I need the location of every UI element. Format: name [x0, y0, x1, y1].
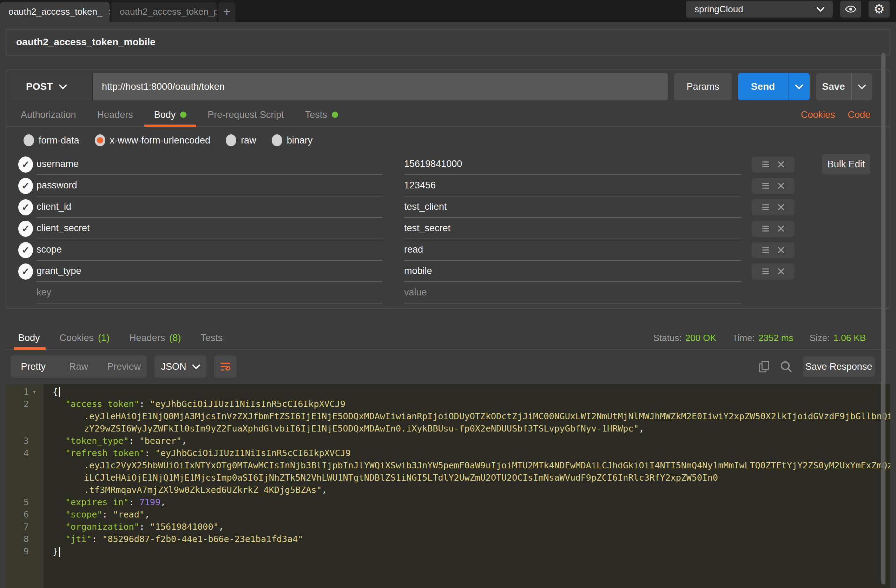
drag-handle-icon[interactable] [762, 226, 769, 232]
row-enabled-checkbox[interactable]: ✓ [18, 199, 33, 216]
row-enabled-checkbox[interactable]: ✓ [18, 263, 33, 280]
close-icon[interactable]: × [108, 6, 110, 18]
line-number: 2 [6, 398, 29, 410]
body-mode-x-www-form-urlencoded[interactable]: x-www-form-urlencoded [95, 134, 211, 146]
tab-headers[interactable]: Headers [97, 103, 133, 126]
url-input[interactable]: http://host1:8000/oauth/token [93, 73, 668, 100]
code-text: "token_type": "bearer", [44, 435, 187, 447]
body-mode-binary[interactable]: binary [272, 134, 313, 146]
value-field[interactable]: read [404, 239, 741, 261]
radio-icon[interactable] [23, 134, 34, 146]
response-toolbar: PrettyRawPreview JSON [6, 356, 890, 378]
tab-tests[interactable]: Tests [305, 103, 338, 126]
wrap-text-button[interactable] [214, 356, 237, 378]
delete-row-icon[interactable] [778, 268, 784, 274]
key-field[interactable]: grant_type [37, 261, 382, 282]
delete-row-icon[interactable] [778, 204, 784, 210]
request-name: oauth2_access_token_mobile [16, 36, 155, 48]
row-enabled-checkbox[interactable]: ✓ [18, 156, 33, 173]
tab-pre-request-script[interactable]: Pre-request Script [207, 103, 284, 126]
delete-row-icon[interactable] [778, 161, 784, 167]
checkbox-cell: ✓ [14, 196, 37, 218]
send-button[interactable]: Send [738, 73, 788, 100]
row-enabled-checkbox[interactable]: ✓ [18, 178, 33, 194]
fold-arrow-icon[interactable]: ▾ [29, 386, 44, 398]
view-mode-preview[interactable]: Preview [102, 356, 147, 378]
code-link[interactable]: Code [847, 109, 870, 120]
drag-handle-icon[interactable] [762, 268, 769, 274]
tab-body[interactable]: Body [154, 103, 187, 126]
tab-authorization[interactable]: Authorization [21, 103, 76, 126]
response-tab-tests[interactable]: Tests [201, 327, 222, 349]
chevron-down-icon [59, 85, 67, 89]
row-actions [752, 156, 794, 173]
row-enabled-checkbox[interactable]: ✓ [18, 242, 33, 258]
copy-response-button[interactable] [758, 361, 770, 372]
response-format-selector[interactable]: JSON [154, 356, 206, 378]
save-options-button[interactable] [851, 73, 872, 100]
line-number: 1 [6, 386, 29, 398]
body-mode-raw[interactable]: raw [226, 134, 256, 146]
form-data-row: ✓scoperead [14, 239, 890, 261]
radio-icon[interactable] [226, 134, 236, 146]
line-number: 5 [6, 496, 29, 508]
response-tab-body[interactable]: Body [18, 327, 40, 349]
pane-splitter[interactable] [0, 309, 896, 327]
value-field[interactable]: 15619841000 [404, 153, 741, 175]
response-tab-cookies[interactable]: Cookies(1) [60, 327, 110, 349]
value-field[interactable]: mobile [404, 261, 741, 282]
cookies-link[interactable]: Cookies [801, 109, 835, 120]
value-field[interactable]: value [404, 282, 741, 304]
code-line: 8"jti": "85296d87-f2b0-44e1-b66e-23e1ba1… [6, 533, 890, 545]
save-button[interactable]: Save [816, 73, 851, 100]
key-field[interactable]: client_secret [37, 218, 382, 239]
radio-icon[interactable] [272, 134, 282, 146]
tab-label: Headers [129, 333, 165, 343]
delete-row-icon[interactable] [778, 183, 784, 189]
form-data-row-empty: keyvalue [14, 282, 890, 304]
request-tab-oauth2-access-token[interactable]: oauth2_access_token_× [0, 2, 110, 22]
value-field[interactable]: 123456 [404, 175, 741, 196]
code-line: .eyJ1c2VyX25hbWUiOiIxNTYxOTg0MTAwMCIsInN… [6, 459, 890, 471]
row-actions [752, 199, 794, 216]
key-field[interactable]: key [37, 282, 382, 304]
code-text: "organization": "15619841000", [44, 521, 224, 533]
drag-handle-icon[interactable] [762, 183, 769, 189]
view-mode-raw[interactable]: Raw [56, 356, 101, 378]
value-field[interactable]: test_client [404, 196, 741, 218]
bulk-edit-button[interactable]: Bulk Edit [822, 154, 870, 174]
meta-value: 200 OK [685, 333, 716, 343]
format-label: JSON [161, 362, 186, 372]
drag-handle-icon[interactable] [762, 161, 769, 167]
key-field[interactable]: password [37, 175, 382, 196]
request-tab-oauth2-access-token-passv[interactable]: oauth2_access_token_passv [111, 2, 216, 22]
key-field[interactable]: scope [37, 239, 382, 261]
save-response-button[interactable]: Save Response [803, 356, 875, 377]
settings-button[interactable]: ⚙ [869, 1, 890, 18]
response-tab-headers[interactable]: Headers(8) [129, 327, 181, 349]
row-enabled-checkbox[interactable]: ✓ [18, 221, 33, 237]
new-tab-button[interactable]: + [218, 2, 235, 22]
delete-row-icon[interactable] [778, 226, 784, 232]
environment-selector[interactable]: springCloud [686, 1, 833, 18]
view-mode-pretty[interactable]: Pretty [11, 356, 56, 378]
method-selector[interactable]: POST [11, 73, 93, 100]
row-actions [752, 178, 794, 194]
send-options-button[interactable] [788, 73, 810, 100]
key-field[interactable]: username [37, 153, 382, 175]
body-mode-form-data[interactable]: form-data [23, 134, 79, 146]
delete-row-icon[interactable] [778, 247, 784, 253]
drag-handle-icon[interactable] [762, 204, 769, 210]
radio-selected-icon[interactable] [95, 134, 105, 146]
line-number [6, 422, 29, 435]
environment-quick-look-button[interactable] [840, 1, 861, 18]
chevron-down-icon [795, 85, 803, 89]
response-body-viewer[interactable]: 1▾{2"access_token": "eyJhbGciOiJIUzI1NiI… [6, 384, 890, 588]
value-field[interactable]: test_secret [404, 218, 741, 239]
search-response-button[interactable] [780, 361, 792, 372]
vertical-scrollbar[interactable] [881, 53, 885, 585]
params-button[interactable]: Params [674, 73, 732, 100]
key-field[interactable]: client_id [37, 196, 382, 218]
drag-handle-icon[interactable] [762, 247, 769, 253]
request-panel: POST http://host1:8000/oauth/token Param… [6, 70, 890, 309]
